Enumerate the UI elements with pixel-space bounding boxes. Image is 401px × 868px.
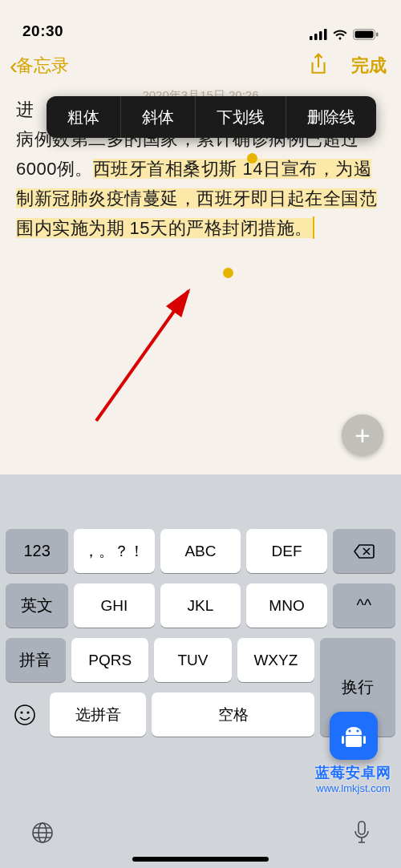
share-button[interactable]: [308, 52, 329, 79]
svg-rect-5: [355, 31, 374, 38]
underline-option[interactable]: 下划线: [196, 96, 286, 138]
italic-option[interactable]: 斜体: [121, 96, 195, 138]
svg-rect-6: [376, 33, 379, 37]
signal-icon: [310, 29, 327, 40]
status-bar: 20:30: [0, 0, 401, 43]
key-pinyin[interactable]: 拼音: [6, 638, 66, 682]
key-pqrs[interactable]: PQRS: [71, 638, 148, 682]
globe-button[interactable]: [30, 821, 55, 848]
svg-rect-1: [314, 34, 318, 40]
key-backspace[interactable]: [333, 529, 395, 573]
text-style-popover: 粗体 斜体 下划线 删除线: [47, 96, 376, 138]
key-select-pinyin[interactable]: 选拼音: [50, 692, 146, 737]
back-button[interactable]: ‹ 备忘录: [10, 54, 69, 78]
add-button[interactable]: +: [342, 414, 383, 456]
key-caret[interactable]: ^^: [333, 583, 395, 628]
svg-point-9: [20, 711, 22, 713]
key-punct[interactable]: ，。？！: [74, 529, 155, 573]
svg-rect-2: [319, 31, 322, 40]
key-wxyz[interactable]: WXYZ: [237, 638, 314, 682]
strike-option[interactable]: 删除线: [286, 96, 376, 138]
share-icon: [308, 52, 329, 76]
battery-icon: [353, 29, 379, 40]
key-123[interactable]: 123: [6, 529, 68, 573]
key-abc[interactable]: ABC: [160, 529, 241, 573]
arrow-annotation: [88, 268, 233, 429]
svg-rect-3: [324, 29, 327, 40]
svg-rect-0: [310, 36, 313, 40]
key-english[interactable]: 英文: [6, 583, 68, 628]
svg-rect-14: [358, 822, 365, 834]
plus-icon: +: [354, 422, 371, 449]
key-enter[interactable]: 换行: [320, 638, 395, 737]
keyboard-row-3: 拼音 PQRS TUV WXYZ: [6, 638, 314, 682]
key-tuv[interactable]: TUV: [154, 638, 231, 682]
svg-point-10: [26, 711, 29, 713]
key-def[interactable]: DEF: [246, 529, 327, 573]
mic-button[interactable]: [353, 821, 371, 848]
svg-line-7: [96, 291, 188, 421]
key-jkl[interactable]: JKL: [160, 583, 241, 628]
keyboard-row-1: 123 ，。？！ ABC DEF: [6, 529, 395, 573]
key-mno[interactable]: MNO: [246, 583, 327, 628]
key-emoji[interactable]: [6, 692, 44, 737]
key-space[interactable]: 空格: [152, 692, 314, 737]
selection-handle-start[interactable]: [247, 153, 257, 164]
mic-icon: [353, 821, 371, 845]
backspace-icon: [353, 543, 375, 559]
done-button[interactable]: 完成: [351, 54, 391, 78]
wifi-icon: [332, 29, 348, 40]
keyboard: 123 ，。？！ ABC DEF 英文 GHI JKL MNO ^^ 拼音 PQ…: [0, 474, 401, 868]
back-label: 备忘录: [16, 54, 69, 78]
status-time: 20:30: [22, 22, 63, 40]
note-text-1a: 进: [16, 99, 34, 119]
keyboard-row-4: 选拼音 空格: [6, 692, 314, 737]
globe-icon: [30, 821, 55, 845]
bold-option[interactable]: 粗体: [47, 96, 120, 138]
emoji-icon: [13, 703, 37, 727]
home-indicator[interactable]: [132, 857, 269, 862]
svg-point-8: [15, 705, 34, 725]
status-indicators: [310, 29, 379, 40]
text-caret: [313, 216, 314, 239]
key-ghi[interactable]: GHI: [74, 583, 155, 628]
keyboard-row-2: 英文 GHI JKL MNO ^^: [6, 583, 395, 628]
nav-bar: ‹ 备忘录 完成: [0, 45, 401, 87]
system-bottom-bar: [0, 808, 401, 868]
selection-handle-end[interactable]: [223, 268, 233, 278]
